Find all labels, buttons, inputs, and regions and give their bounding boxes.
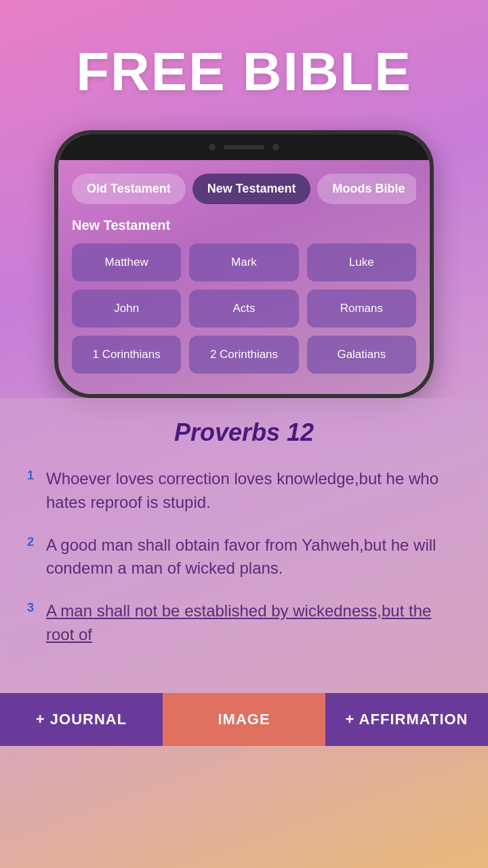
book-1-corinthians[interactable]: 1 Corinthians (72, 336, 181, 374)
verse-panel: Proverbs 12 1 Whoever loves correction l… (0, 398, 488, 693)
book-mark[interactable]: Mark (189, 243, 298, 281)
book-2-corinthians[interactable]: 2 Corinthians (189, 336, 298, 374)
book-john[interactable]: John (72, 290, 181, 328)
verse-text-3: A man shall not be established by wicked… (46, 599, 461, 647)
book-luke[interactable]: Luke (307, 243, 416, 281)
tab-moods-bible[interactable]: Moods Bible (317, 174, 416, 204)
book-acts[interactable]: Acts (189, 290, 298, 328)
tab-old-testament[interactable]: Old Testament (72, 174, 186, 204)
book-grid: Matthew Mark Luke John Acts Romans 1 Cor… (72, 243, 416, 374)
book-matthew[interactable]: Matthew (72, 243, 181, 281)
section-label: New Testament (72, 218, 416, 233)
verse-1: 1 Whoever loves correction loves knowled… (27, 467, 461, 515)
book-galatians[interactable]: Galatians (307, 336, 416, 374)
verse-3: 3 A man shall not be established by wick… (27, 599, 461, 647)
phone-notch (190, 138, 298, 157)
phone-mockup: Old Testament New Testament Moods Bible … (54, 130, 434, 398)
tab-new-testament[interactable]: New Testament (192, 174, 311, 204)
phone-wrapper: Old Testament New Testament Moods Bible … (0, 123, 488, 398)
verse-num-2: 2 (27, 534, 46, 549)
affirmation-button[interactable]: + AFFIRMATION (325, 693, 488, 746)
verse-2: 2 A good man shall obtain favor from Yah… (27, 534, 461, 581)
bottom-bar: + JOURNAL IMAGE + AFFIRMATION (0, 693, 488, 746)
camera-dot-2 (272, 144, 279, 151)
tabs-row: Old Testament New Testament Moods Bible (72, 174, 416, 204)
verse-text-1: Whoever loves correction loves knowledge… (46, 467, 461, 515)
speaker-bar (224, 145, 264, 149)
chapter-title: Proverbs 12 (27, 418, 461, 447)
journal-button[interactable]: + JOURNAL (0, 693, 163, 746)
phone-content: Old Testament New Testament Moods Bible … (58, 160, 430, 394)
header: FREE BIBLE (0, 0, 488, 123)
image-button[interactable]: IMAGE (163, 693, 325, 746)
camera-dot-1 (209, 144, 216, 151)
verse-num-1: 1 (27, 467, 46, 483)
book-romans[interactable]: Romans (307, 290, 416, 328)
phone-notch-bar (58, 134, 430, 160)
app-title: FREE BIBLE (27, 41, 461, 103)
verse-num-3: 3 (27, 599, 46, 615)
verse-text-2: A good man shall obtain favor from Yahwe… (46, 534, 461, 581)
